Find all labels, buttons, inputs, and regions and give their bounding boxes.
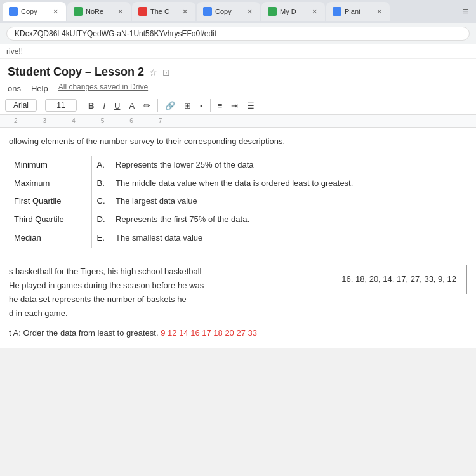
toolbar-separator-4 — [210, 99, 211, 112]
tab-copy1[interactable]: Copy ✕ — [3, 2, 66, 21]
underline-button[interactable]: U — [111, 100, 123, 112]
tab-close-plant[interactable]: ✕ — [375, 6, 383, 17]
answer-values: 9 12 14 16 17 18 20 27 33 — [161, 328, 257, 338]
tab-icon-copy1 — [9, 7, 18, 16]
basketball-line-2: He played in games during the season bef… — [9, 279, 321, 293]
address-bar: KDcxZQD86L4kUtTYQedWG-aN-1Unt56KYvhrysEF… — [0, 23, 476, 44]
tab-copy2[interactable]: Copy ✕ — [197, 2, 260, 21]
tab-close-nore[interactable]: ✕ — [116, 6, 124, 17]
tab-plant[interactable]: Plant ✕ — [326, 2, 390, 21]
term-minimum: Minimum — [9, 156, 91, 175]
letter-d: D. — [91, 211, 110, 229]
tab-label-plant: Plant — [345, 8, 372, 15]
table-row: Median E. The smallest data value — [9, 229, 467, 248]
ruler: 2 3 4 5 6 7 — [0, 115, 476, 128]
tab-icon-nore — [74, 7, 83, 16]
menu-bar: ons Help All changes saved in Drive — [0, 81, 476, 96]
doc-content: ollowing elements of the number survey t… — [0, 128, 476, 348]
basketball-line-4: d in each game. — [9, 307, 321, 321]
content-separator — [9, 258, 467, 258]
list-button[interactable]: ☰ — [244, 100, 258, 112]
letter-b: B. — [91, 175, 110, 193]
letter-e: E. — [91, 229, 110, 248]
ruler-mark-6: 6 — [129, 117, 133, 124]
ruler-mark-7: 7 — [159, 117, 162, 124]
bold-button[interactable]: B — [85, 100, 97, 112]
tab-label-thec: The C — [150, 8, 178, 15]
desc-e: The smallest data value — [110, 229, 467, 248]
ruler-mark-3: 3 — [43, 117, 47, 124]
basketball-text-block: s basketball for the Tigers, his high sc… — [9, 265, 321, 321]
desc-b: The middle data value when the data is o… — [110, 175, 467, 193]
desc-a: Represents the lower 25% of the data — [110, 156, 467, 175]
answer-label: t A: Order the data from least to greate… — [9, 328, 159, 338]
insert-button[interactable]: ⊞ — [181, 100, 194, 112]
ruler-mark-5: 5 — [101, 117, 105, 124]
answer-row: t A: Order the data from least to greate… — [9, 327, 467, 340]
link-button[interactable]: 🔗 — [162, 100, 178, 112]
toolbar: Arial 11 B I U A ✏ 🔗 ⊞ ▪ ≡ ⇥ ☰ — [0, 96, 476, 115]
letter-c: C. — [91, 192, 110, 211]
table-row: Third Quartile D. Represents the first 7… — [9, 211, 467, 229]
tab-myd[interactable]: My D ✕ — [261, 2, 325, 21]
drive-bar: rive!! — [0, 44, 476, 59]
desc-c: The largest data value — [110, 192, 467, 211]
ruler-marks: 2 3 4 5 6 7 — [14, 117, 162, 124]
tab-label-copy1: Copy — [21, 8, 48, 15]
menu-help[interactable]: Help — [31, 83, 48, 95]
tab-nore[interactable]: NoRe ✕ — [67, 2, 131, 21]
tab-close-myd[interactable]: ✕ — [310, 6, 319, 17]
term-median: Median — [9, 229, 91, 248]
tab-label-myd: My D — [280, 8, 307, 15]
star-icon[interactable]: ☆ — [149, 67, 157, 77]
ruler-mark-4: 4 — [72, 117, 76, 124]
doc-title-row: Student Copy – Lesson 2 ☆ ⊡ — [0, 59, 476, 81]
term-first-quartile: First Quartile — [9, 192, 91, 211]
tab-thec[interactable]: The C ✕ — [132, 2, 195, 21]
toolbar-separator-2 — [81, 99, 81, 112]
tab-label-copy2: Copy — [215, 8, 242, 15]
letter-a: A. — [91, 156, 110, 175]
tab-icon-copy2 — [203, 7, 212, 16]
ruler-mark-2: 2 — [14, 117, 18, 124]
align-button[interactable]: ≡ — [215, 100, 226, 112]
data-values-box: 16, 18, 20, 14, 17, 27, 33, 9, 12 — [331, 265, 467, 294]
font-name-selector[interactable]: Arial — [5, 99, 37, 112]
indent-button[interactable]: ⇥ — [228, 100, 241, 112]
tab-close-copy2[interactable]: ✕ — [246, 6, 254, 17]
tabs-more-button[interactable]: ≡ — [458, 6, 473, 17]
tab-icon-plant — [333, 7, 341, 16]
saved-status[interactable]: All changes saved in Drive — [58, 83, 148, 95]
toolbar-separator-1 — [41, 99, 41, 112]
doc-title: Student Copy – Lesson 2 — [8, 65, 144, 79]
term-third-quartile: Third Quartile — [9, 211, 91, 229]
font-color-button[interactable]: A — [126, 100, 138, 112]
tab-close-thec[interactable]: ✕ — [181, 6, 189, 17]
menu-ons[interactable]: ons — [8, 83, 21, 95]
table-row: Maximum B. The middle data value when th… — [9, 175, 467, 193]
document-area: Student Copy – Lesson 2 ☆ ⊡ ons Help All… — [0, 59, 476, 348]
tab-label-nore: NoRe — [86, 8, 113, 15]
matching-table: Minimum A. Represents the lower 25% of t… — [9, 156, 467, 248]
term-maximum: Maximum — [9, 175, 91, 193]
url-input[interactable]: KDcxZQD86L4kUtTYQedWG-aN-1Unt56KYvhrysEF… — [6, 27, 470, 41]
tab-close-copy1[interactable]: ✕ — [51, 6, 60, 17]
desc-d: Represents the first 75% of the data. — [110, 211, 467, 229]
pencil-icon[interactable]: ✏ — [140, 100, 154, 112]
content-intro: ollowing elements of the number survey t… — [9, 135, 467, 149]
table-row: First Quartile C. The largest data value — [9, 192, 467, 211]
toolbar-separator-3 — [157, 99, 158, 112]
basketball-section: s basketball for the Tigers, his high sc… — [9, 265, 467, 321]
table-row: Minimum A. Represents the lower 25% of t… — [9, 156, 467, 175]
drive-bar-text: rive!! — [6, 47, 23, 56]
folder-icon[interactable]: ⊡ — [162, 67, 170, 77]
italic-button[interactable]: I — [100, 100, 109, 112]
tab-bar: Copy ✕ NoRe ✕ The C ✕ Copy ✕ My D ✕ Plan… — [0, 0, 476, 23]
basketball-line-1: s basketball for the Tigers, his high sc… — [9, 265, 321, 279]
tab-icon-thec — [138, 7, 147, 16]
basketball-line-3: he data set represents the number of bas… — [9, 293, 321, 307]
image-button[interactable]: ▪ — [197, 100, 206, 112]
font-size-selector[interactable]: 11 — [45, 99, 77, 112]
tab-icon-myd — [268, 7, 277, 16]
